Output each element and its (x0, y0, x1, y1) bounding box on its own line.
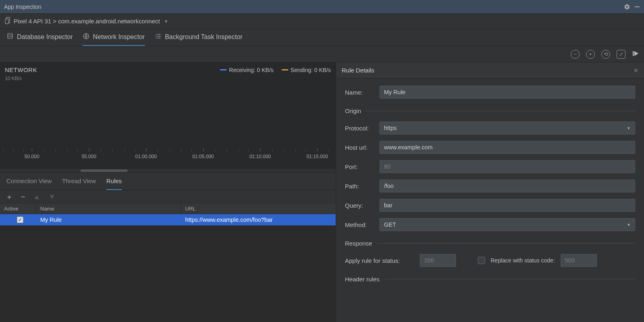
breadcrumb[interactable]: Pixel 4 API 31 > com.example.android.net… (14, 18, 160, 25)
minimize-icon[interactable] (634, 4, 640, 10)
svg-rect-11 (633, 51, 634, 56)
chevron-down-icon: ▼ (627, 126, 631, 130)
go-to-live-icon[interactable] (632, 50, 639, 58)
table-row[interactable]: ✓ My Rule https://www.example.com/foo?ba… (0, 214, 336, 225)
tick-label: 01:05.000 (192, 154, 214, 159)
svg-point-9 (155, 37, 156, 38)
tab-network-inspector[interactable]: Network Inspector (83, 29, 145, 46)
host-input[interactable] (380, 141, 635, 154)
section-response: Response (345, 240, 372, 247)
port-input[interactable] (380, 160, 635, 173)
host-label: Host url: (345, 144, 380, 151)
section-origin: Origin (345, 107, 361, 114)
tab-label: Database Inspector (17, 33, 73, 41)
panel-title: App Inspection (4, 4, 41, 10)
tick-label: 01:00.000 (135, 154, 157, 159)
network-title: NETWORK (5, 66, 37, 73)
move-down-button[interactable]: ▼ (48, 193, 56, 200)
name-label: Name: (345, 89, 380, 96)
tick-label: 55.000 (82, 154, 97, 159)
tab-rules[interactable]: Rules (106, 173, 122, 190)
path-label: Path: (345, 183, 380, 190)
column-header-name[interactable]: Name (36, 203, 181, 214)
legend-receiving-label: Receiving: 0 KB/s (229, 67, 274, 73)
method-select[interactable]: GET ▼ (380, 218, 635, 231)
cell-url: https://www.example.com/foo?bar (181, 214, 336, 225)
tick-label: 01:10.000 (250, 154, 271, 159)
legend-sending-label: Sending: 0 KB/s (291, 67, 331, 73)
details-title: Rule Details (342, 67, 374, 74)
legend-sending: Sending: 0 KB/s (282, 67, 331, 73)
svg-point-3 (8, 33, 12, 35)
tab-connection-view[interactable]: Connection View (6, 173, 52, 190)
replace-status-checkbox[interactable] (478, 257, 485, 264)
query-input[interactable] (380, 199, 635, 212)
timeline-scroll-thumb[interactable] (80, 169, 128, 172)
svg-point-5 (155, 34, 156, 35)
svg-rect-10 (157, 38, 160, 39)
protocol-select[interactable]: https ▼ (380, 122, 635, 134)
svg-rect-8 (157, 36, 160, 37)
globe-icon (83, 33, 90, 41)
database-icon (6, 33, 14, 41)
protocol-value: https (384, 125, 396, 131)
column-header-url[interactable]: URL (181, 203, 336, 214)
zoom-in-icon[interactable]: + (586, 50, 595, 59)
add-rule-button[interactable]: ＋ (6, 193, 13, 200)
y-axis-label: 10 KB/s (5, 76, 331, 81)
method-value: GET (384, 221, 396, 228)
close-icon[interactable]: ✕ (634, 67, 638, 74)
protocol-label: Protocol: (345, 125, 380, 132)
timeline-ruler[interactable]: 50.000 55.000 01:00.000 01:05.000 01:10.… (0, 152, 336, 162)
chevron-down-icon[interactable]: ▼ (164, 19, 168, 24)
active-checkbox[interactable]: ✓ (17, 217, 23, 223)
zoom-selection-icon[interactable]: ⤢ (617, 50, 625, 59)
svg-rect-2 (5, 19, 8, 24)
legend-receiving: Receiving: 0 KB/s (220, 67, 274, 73)
device-icon (5, 17, 11, 25)
tab-label: Network Inspector (93, 33, 145, 41)
gear-icon[interactable] (624, 4, 630, 10)
port-label: Port: (345, 163, 380, 170)
name-input[interactable] (380, 86, 635, 99)
replace-status-label: Replace with status code: (491, 257, 555, 264)
tab-database-inspector[interactable]: Database Inspector (6, 29, 73, 46)
network-chart: NETWORK Receiving: 0 KB/s Sending: 0 KB/… (0, 62, 336, 172)
column-header-active[interactable]: Active (0, 203, 36, 214)
move-up-button[interactable]: ▲ (33, 193, 41, 200)
tick-label: 50.000 (25, 154, 39, 159)
svg-point-7 (155, 36, 156, 37)
section-header-rules: Header rules (345, 276, 380, 283)
method-label: Method: (345, 221, 380, 228)
apply-status-input[interactable] (420, 254, 456, 267)
tab-label: Background Task Inspector (165, 33, 243, 41)
apply-status-label: Apply rule for status: (345, 257, 414, 264)
path-input[interactable] (380, 180, 635, 192)
zoom-out-icon[interactable]: − (571, 50, 580, 59)
remove-rule-button[interactable]: − (21, 193, 25, 200)
replace-status-input[interactable] (561, 254, 597, 267)
timeline-scrollbar[interactable] (0, 169, 336, 172)
reset-zoom-icon[interactable]: ⟲ (601, 50, 610, 59)
svg-rect-6 (157, 34, 160, 35)
svg-rect-0 (635, 6, 640, 7)
list-icon (155, 33, 162, 41)
cell-name: My Rule (36, 214, 181, 225)
tab-thread-view[interactable]: Thread View (62, 173, 96, 190)
query-label: Query: (345, 202, 380, 209)
tick-label: 01:15.000 (306, 154, 328, 159)
chevron-down-icon: ▼ (627, 223, 631, 227)
tab-background-task-inspector[interactable]: Background Task Inspector (155, 29, 243, 46)
